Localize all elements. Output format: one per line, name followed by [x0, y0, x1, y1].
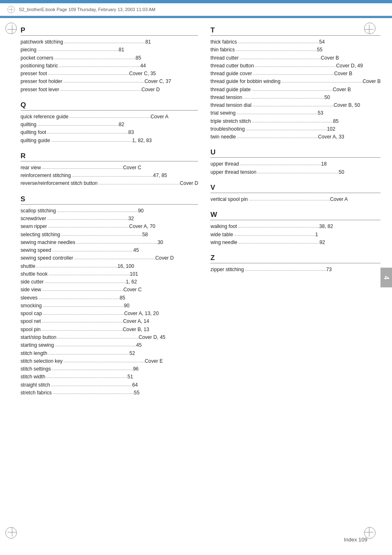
index-entry: wing needle ............................… — [210, 239, 380, 246]
entry-label: straight stitch — [21, 381, 50, 389]
index-entry: quilting guide .........................… — [21, 137, 198, 145]
entry-label: reverse/reinforcement stitch button — [21, 180, 98, 187]
entry-dots: ........................................… — [62, 78, 145, 85]
entry-label: thread cutter button — [210, 62, 254, 70]
top-bar — [0, 0, 392, 3]
entry-dots: ........................................… — [47, 223, 129, 230]
index-entry: sewing machine needles .................… — [21, 239, 198, 246]
entry-label: thread guide for bobbin winding — [210, 78, 280, 85]
entry-page: 1 — [315, 231, 318, 239]
entry-page: Cover C, 37 — [145, 78, 171, 85]
entry-dots: ........................................… — [254, 62, 336, 70]
filename-label: S2_brotherE.book Page 109 Thursday, Febr… — [19, 7, 155, 12]
entry-dots: ........................................… — [237, 38, 319, 46]
entry-dots: ........................................… — [46, 215, 128, 223]
entry-dots: ........................................… — [42, 310, 124, 318]
index-entry: straight stitch ........................… — [21, 381, 198, 389]
index-entry: spool net ..............................… — [21, 318, 198, 325]
entry-label: sewing machine needles — [21, 239, 75, 246]
entry-dots: ........................................… — [41, 326, 123, 334]
entry-page: 81 — [119, 46, 125, 54]
index-entry: thread tension dial ....................… — [210, 101, 380, 109]
index-entry: patchwork stitching ....................… — [21, 38, 198, 46]
entry-page: 44 — [140, 62, 146, 70]
section-letter-w: W — [210, 211, 380, 219]
entry-label: vertical spool pin — [210, 196, 248, 203]
corner-crosshair-tl — [7, 25, 16, 34]
entry-label: stitch length — [21, 350, 47, 357]
index-entry: triple stretch stitch ..................… — [210, 117, 380, 125]
index-entry: piecing ................................… — [21, 46, 198, 54]
entry-label: presser foot — [21, 70, 47, 78]
entry-page: 81 — [145, 38, 151, 46]
index-entry: stitch selection key ...................… — [21, 357, 198, 365]
corner-crosshair-br — [364, 527, 374, 537]
index-entry: shuttle hook ...........................… — [21, 270, 198, 278]
entry-dots: ........................................… — [48, 270, 130, 278]
entry-label: wing needle — [210, 239, 237, 246]
entry-label: spool pin — [21, 326, 41, 334]
entry-page: 1, 82, 83 — [132, 137, 152, 145]
section-divider-w — [210, 220, 380, 220]
entry-page: Cover A, 33 — [318, 133, 344, 141]
entry-label: smocking — [21, 302, 42, 310]
index-entry: thread guide cover .....................… — [210, 70, 380, 78]
index-entry: thin fabrics ...........................… — [210, 46, 380, 54]
entry-label: screwdriver — [21, 215, 46, 223]
section-divider-s — [21, 204, 198, 205]
index-entry: presser foot holder ....................… — [21, 78, 198, 85]
index-entry: trial sewing ...........................… — [210, 109, 380, 117]
section-letter-q: Q — [21, 101, 198, 109]
index-entry: thread tension .........................… — [210, 94, 380, 101]
entry-dots: ........................................… — [233, 231, 315, 239]
entry-dots: ........................................… — [47, 350, 129, 357]
entry-dots: ........................................… — [50, 381, 132, 389]
entry-label: stitch settings — [21, 365, 51, 373]
entry-dots: ........................................… — [51, 365, 133, 373]
index-entry: stretch fabrics ........................… — [21, 389, 198, 397]
index-entry: scallop stitching ......................… — [21, 207, 198, 215]
entry-dots: ........................................… — [256, 168, 339, 176]
index-entry: twin needle ............................… — [210, 133, 380, 141]
entry-dots: ........................................… — [51, 246, 134, 254]
entry-page: 32 — [128, 215, 134, 223]
entry-page: 55 — [134, 389, 140, 397]
section-letter-v: V — [210, 184, 380, 192]
entry-label: positioning fabric — [21, 62, 58, 70]
entry-label: start/stop button — [21, 334, 56, 341]
entry-dots: ........................................… — [244, 266, 326, 274]
index-entry: walking foot ...........................… — [210, 223, 380, 230]
entry-label: sleeves — [21, 294, 37, 302]
entry-page: Cover A, 70 — [129, 223, 155, 230]
entry-label: twin needle — [210, 133, 236, 141]
section-letter-p: P — [21, 26, 198, 35]
entry-label: spool net — [21, 318, 41, 325]
index-entry: reinforcement stitching ................… — [21, 172, 198, 180]
entry-dots: ........................................… — [58, 62, 140, 70]
index-entry: reverse/reinforcement stitch button ....… — [21, 180, 198, 187]
entry-label: shuttle hook — [21, 270, 48, 278]
entry-page: 45 — [136, 341, 142, 349]
entry-page: Cover C — [123, 286, 142, 294]
index-entry: thread guide plate .....................… — [210, 86, 380, 94]
entry-dots: ........................................… — [239, 54, 321, 62]
page-footer: Index 109 — [0, 537, 392, 543]
entry-page: 50 — [325, 94, 330, 101]
entry-dots: ........................................… — [53, 54, 136, 62]
entry-page: 73 — [326, 266, 332, 274]
entry-dots: ........................................… — [75, 239, 157, 246]
entry-label: trial sewing — [210, 109, 235, 117]
index-entry: thread cutter button ...................… — [210, 62, 380, 70]
entry-label: upper thread tension — [210, 168, 256, 176]
entry-dots: ........................................… — [41, 318, 123, 325]
entry-page: 64 — [132, 381, 138, 389]
entry-label: upper thread — [210, 160, 239, 168]
index-entry: quick reference guide ..................… — [21, 113, 198, 121]
section-divider-z — [210, 263, 380, 263]
entry-dots: ........................................… — [52, 389, 134, 397]
entry-dots: ........................................… — [237, 223, 319, 230]
entry-label: sewing speed controller — [21, 254, 73, 262]
entry-page: Cover D — [141, 86, 160, 94]
entry-label: walking foot — [210, 223, 237, 230]
entry-label: spool cap — [21, 310, 42, 318]
